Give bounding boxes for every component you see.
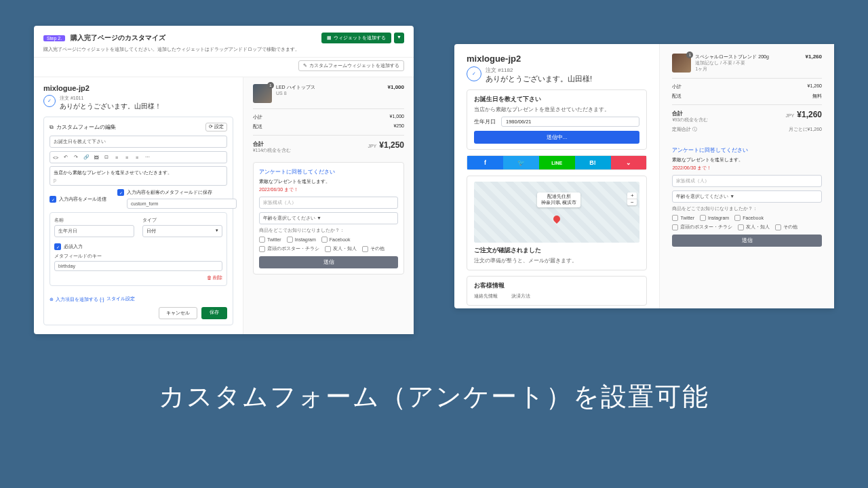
header: Step 2. 購入完了ページのカスタマイズ ▦ウィジェットを追加する ▼ 購入… [34,26,414,58]
step-badge: Step 2. [43,35,65,41]
age-select[interactable]: 年齢を選択してください ▼ [259,212,398,224]
product-image: 1 [253,84,272,103]
birthday-card: お誕生日を教えて下さい 当店から素敵なプレゼントを進呈させていただきます。 生年… [467,89,647,150]
social-share-row: f 🐦 LINE B! ⌄ [467,155,647,170]
order-number: 注文 #1011 [60,95,161,102]
form-icon: ⧉ [50,124,54,131]
line-button[interactable]: LINE [539,156,575,169]
survey-widget: アンケートに回答してください 素敵なプレゼントを進呈します。 2022/06/3… [672,141,822,252]
product-name: スペシャルローストブレンド 200g [695,54,801,60]
metakey-input[interactable]: birthday [54,261,222,271]
field-name-label: 名称 [54,217,134,224]
map-zoom[interactable]: +− [627,192,637,205]
store-name: mixlogue-jp2 [467,54,647,64]
checkbox-email[interactable]: ✓ [50,196,56,203]
preview-pane: 1 LED ハイトップス US 8 ¥1,000 小計¥1,000 配送¥250… [243,77,414,334]
order-status-pane: mixlogue-jp2 ✓ 注文 #1182 ありがとうございます。山田様! … [454,44,659,308]
order-number: 注文 #1182 [486,66,592,74]
product-name: LED ハイトップス [276,84,384,91]
slide-headline: カスタムフォーム（アンケート）を設置可能 [0,380,868,414]
family-input[interactable]: 家族構成（人） [672,175,822,187]
settings-toggle[interactable]: ⟳ 設定 [205,123,227,131]
metakey-label: メタフィールドのキー [54,253,222,260]
subtitle: 購入完了ページにウィジェットを追加してください。追加したウィジェットはドラッグア… [43,46,404,53]
checkbox-required[interactable]: ✓ [54,243,61,250]
add-custom-form-button[interactable]: ✎カスタムフォームウィジェットを追加する [298,60,404,71]
survey-widget: アンケートに回答してください 素敵なプレゼントを進呈します。 2022/06/3… [253,162,404,274]
hatena-button[interactable]: B! [575,156,611,169]
product-row: 1 スペシャルローストブレンド 200g 追加記なし / 不要 / 不要 1ヶ月… [672,54,822,73]
dob-input[interactable]: 1980/06/21 [501,117,639,127]
map-tooltip: 配達先住所 神奈川県, 横浜市 [537,192,581,207]
body-textarea[interactable]: 当店から素敵なプレゼントを進呈させていただきます。 p [50,166,227,186]
store-name: mixlogue-jp2 [43,84,233,92]
thankyou-text: ありがとうございます。山田様! [486,74,592,84]
order-summary-pane: 1 スペシャルローストブレンド 200g 追加記なし / 不要 / 不要 1ヶ月… [659,44,834,308]
pencil-icon: ✎ [303,63,307,68]
field-type-label: タイプ [142,217,222,224]
field-type-select[interactable]: 日付▾ [142,225,222,237]
delete-field-button[interactable]: 🗑 削除 [207,275,222,280]
product-price: ¥1,000 [388,84,404,90]
customer-view-screenshot: mixlogue-jp2 ✓ 注文 #1182 ありがとうございます。山田様! … [454,44,834,308]
panel-title: カスタムフォームの編集 [56,123,116,131]
field-name-input[interactable]: 生年月日 [54,225,134,237]
style-settings-link[interactable]: {·} スタイル設定 [100,296,135,302]
add-field-link[interactable]: ⊕ 入力項目を追加する [50,296,98,303]
checkbox-metafield[interactable]: ✓ [117,189,124,196]
age-select[interactable]: 年齢を選択してください ▼ [672,190,822,203]
survey-send-button[interactable]: 送信 [672,235,822,247]
cancel-button[interactable]: キャンセル [159,307,197,319]
pocket-button[interactable]: ⌄ [611,156,647,169]
survey-title: アンケートに回答してください [259,168,398,176]
grid-icon: ▦ [327,35,332,41]
product-row: 1 LED ハイトップス US 8 ¥1,000 [253,84,404,103]
metafield-name-input[interactable]: custom_form [127,199,237,209]
map[interactable]: 配達先住所 神奈川県, 横浜市 +− [474,182,639,243]
add-widget-button[interactable]: ▦ウィジェットを追加する [321,33,391,43]
survey-options: Twitter Instagram Facebook 店頭のポスター・チラシ 友… [259,237,398,252]
facebook-button[interactable]: f [467,156,503,169]
check-icon: ✓ [467,66,481,81]
thankyou-text: ありがとうございます。山田様！ [60,102,161,111]
check-icon: ✓ [43,95,56,107]
page-title: 購入完了ページのカスタマイズ [71,33,165,43]
save-button[interactable]: 保存 [201,307,227,319]
map-card: 配達先住所 神奈川県, 横浜市 +− ご注文が確認されました 注文の準備が整うと… [467,176,647,270]
question-input[interactable]: お誕生日を教えて下さい [50,136,227,148]
product-image: 1 [672,54,691,73]
family-input[interactable]: 家族構成（人） [259,197,398,209]
product-variant: US 8 [276,91,384,96]
admin-editor-screenshot: Step 2. 購入完了ページのカスタマイズ ▦ウィジェットを追加する ▼ 購入… [34,26,414,334]
product-price: ¥1,260 [806,54,822,60]
form-editor-panel: ⧉カスタムフォームの編集 ⟳ 設定 お誕生日を教えて下さい <>↶↷🔗🖼⊡≡≡≡… [43,117,233,325]
add-widget-dropdown[interactable]: ▼ [394,33,404,43]
editor-pane: mixlogue-jp2 ✓ 注文 #1011 ありがとうございます。山田様！ … [34,77,243,334]
sending-button[interactable]: 送信中... [474,131,639,144]
map-pin-icon [552,214,561,223]
twitter-button[interactable]: 🐦 [503,156,539,169]
survey-send-button[interactable]: 送信 [259,256,398,268]
rich-toolbar[interactable]: <>↶↷🔗🖼⊡≡≡≡⋯ [50,151,227,163]
customer-info-card: お客様情報 連絡先情報決済方法 [467,276,647,306]
